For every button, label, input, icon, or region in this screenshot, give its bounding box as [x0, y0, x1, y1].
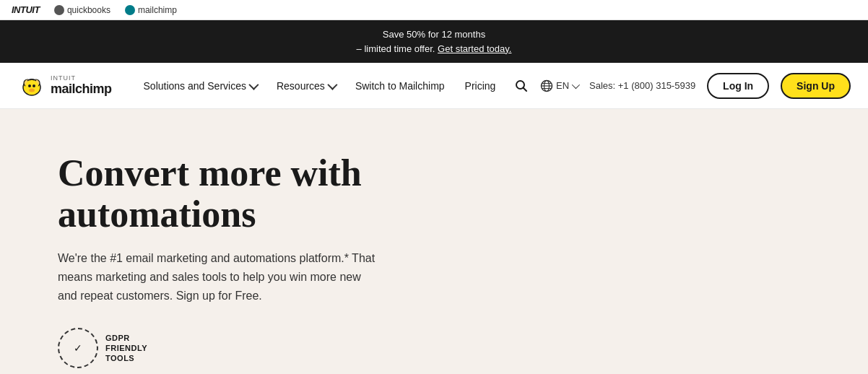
logo[interactable]: INTUIT mailchimp	[17, 71, 112, 100]
svg-point-6	[29, 88, 35, 92]
nav-switch[interactable]: Switch to Mailchimp	[347, 74, 453, 97]
solutions-services-label: Solutions and Services	[144, 80, 246, 92]
mailchimp-partner-label: mailchimp	[138, 5, 177, 15]
sales-phone: Sales: +1 (800) 315-5939	[589, 80, 695, 91]
pricing-label: Pricing	[465, 80, 496, 92]
partner-bar: INTUIT quickbooks mailchimp	[0, 0, 868, 20]
nav-solutions-services[interactable]: Solutions and Services	[135, 74, 265, 97]
nav-links: Solutions and Services Resources Switch …	[135, 74, 514, 97]
search-icon	[515, 79, 528, 92]
login-button[interactable]: Log In	[707, 73, 769, 99]
intuit-logo: INTUIT	[12, 4, 40, 15]
mailchimp-item[interactable]: mailchimp	[125, 5, 177, 15]
hero-section: Convert more with automations We're the …	[0, 109, 433, 374]
gdpr-circle-icon: ✓	[58, 328, 98, 368]
language-chevron-icon	[572, 80, 580, 88]
mailchimp-monkey-icon	[17, 71, 46, 100]
logo-text: INTUIT mailchimp	[51, 75, 112, 97]
promo-text: Save 50% for 12 months	[383, 29, 485, 40]
language-label: EN	[556, 80, 569, 91]
resources-chevron-icon	[327, 79, 337, 90]
promo-banner: Save 50% for 12 months – limited time of…	[0, 20, 868, 63]
gdpr-badge: ✓ GDPRFRIENDLYTOOLS	[58, 328, 147, 368]
quickbooks-item[interactable]: quickbooks	[54, 5, 110, 15]
promo-cta[interactable]: Get started today.	[438, 43, 511, 54]
resources-label: Resources	[277, 80, 325, 92]
mailchimp-logo-text: mailchimp	[51, 82, 112, 97]
svg-point-5	[32, 84, 35, 87]
switch-label: Switch to Mailchimp	[355, 80, 445, 92]
quickbooks-label: quickbooks	[67, 5, 110, 15]
hero-title: Convert more with automations	[58, 152, 376, 235]
gdpr-text: GDPRFRIENDLYTOOLS	[105, 333, 147, 364]
main-nav: INTUIT mailchimp Solutions and Services …	[0, 63, 868, 109]
signup-button[interactable]: Sign Up	[781, 73, 851, 99]
svg-line-8	[523, 87, 526, 91]
mailchimp-partner-icon	[125, 5, 135, 15]
language-selector[interactable]: EN	[540, 79, 578, 92]
globe-icon	[540, 79, 553, 92]
svg-point-4	[28, 84, 31, 87]
search-button[interactable]	[514, 79, 529, 93]
nav-resources[interactable]: Resources	[268, 74, 344, 97]
nav-pricing[interactable]: Pricing	[456, 74, 505, 97]
promo-subtext: – limited time offer.	[357, 43, 435, 54]
nav-right: EN Sales: +1 (800) 315-5939 Log In Sign …	[514, 73, 851, 99]
hero-description: We're the #1 email marketing and automat…	[58, 249, 376, 305]
solutions-services-chevron-icon	[248, 79, 259, 90]
quickbooks-icon	[54, 5, 64, 15]
gdpr-checkmark-icon: ✓	[74, 342, 82, 354]
